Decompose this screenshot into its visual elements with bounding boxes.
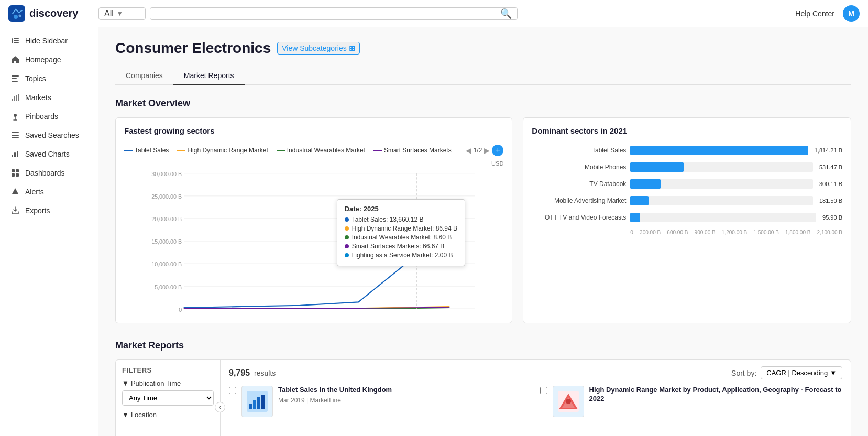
svg-rect-9	[12, 81, 18, 82]
svg-text:2026: 2026	[468, 314, 481, 314]
sidebar-item-alerts[interactable]: Alerts	[2, 183, 96, 201]
sidebar-item-saved-charts[interactable]: Saved Charts	[2, 145, 96, 163]
bar-fill-1	[630, 162, 684, 172]
chevron-down-icon: ▼	[117, 10, 123, 17]
tab-companies[interactable]: Companies	[115, 67, 173, 85]
x-axis-4: 1,200.00 B	[722, 230, 747, 235]
sidebar-label-alerts: Alerts	[25, 188, 44, 196]
bar-value-3: 181.50 B	[819, 198, 842, 204]
bar-fill-2	[630, 179, 661, 189]
tab-market-reports[interactable]: Market Reports	[173, 67, 245, 85]
bar-row-0: Tablet Sales 1,814.21 B	[532, 146, 842, 155]
page-title: Consumer Electronics	[115, 40, 271, 57]
sidebar-item-saved-searches[interactable]: Saved Searches	[2, 126, 96, 144]
filters-collapse-button[interactable]: ‹	[215, 402, 225, 412]
tabs: Companies Market Reports	[115, 67, 851, 85]
filter-group-header-location[interactable]: ▼ Location	[122, 411, 214, 419]
filter-group-header-publication[interactable]: ▼ Publication Time	[122, 379, 214, 387]
bar-value-0: 1,814.21 B	[815, 147, 842, 154]
view-subcategories-button[interactable]: View Subcategories ⊞	[277, 42, 359, 54]
filters-title: FILTERS	[122, 366, 214, 374]
filter-group-publication-time: ▼ Publication Time Any Time	[122, 379, 214, 406]
market-reports-section: FILTERS ▼ Publication Time Any Time	[115, 359, 851, 436]
search-input[interactable]	[156, 9, 500, 18]
svg-point-1	[14, 15, 18, 19]
svg-rect-17	[12, 169, 15, 172]
sidebar-item-topics[interactable]: Topics	[2, 70, 96, 88]
search-category-dropdown[interactable]: All ▼	[98, 7, 146, 20]
svg-rect-7	[12, 75, 19, 77]
sidebar-item-homepage[interactable]: Homepage	[2, 51, 96, 69]
sidebar-item-pinboards[interactable]: Pinboards	[2, 107, 96, 125]
chart-prev-button[interactable]: ◀	[466, 146, 471, 155]
result-info-1: High Dynamic Range Market by Product, Ap…	[589, 386, 843, 406]
chevron-down-icon: ▼	[122, 379, 129, 387]
help-center-link[interactable]: Help Center	[795, 9, 834, 18]
legend-item-tablet-sales: Tablet Sales	[124, 147, 169, 154]
chart-page-indicator: 1/2	[474, 147, 482, 154]
results-grid: Tablet Sales in the United Kingdom Mar 2…	[229, 386, 842, 417]
usd-label: USD	[124, 160, 503, 167]
sidebar-label-saved-charts: Saved Charts	[25, 150, 70, 158]
page-header: Consumer Electronics View Subcategories …	[115, 40, 851, 57]
x-axis-3: 900.00 B	[695, 230, 716, 235]
tooltip-row-0: Tablet Sales: 13,660.12 B	[345, 216, 457, 223]
sort-value: CAGR | Descending	[766, 369, 828, 377]
sidebar-label-topics: Topics	[25, 74, 46, 83]
x-axis-5: 1,500.00 B	[753, 230, 778, 235]
svg-rect-20	[16, 173, 19, 177]
result-thumb-1	[553, 386, 584, 417]
bar-fill-4	[630, 213, 640, 222]
bar-chart-panel: Dominant sectors in 2021 Tablet Sales 1,…	[523, 117, 851, 323]
chart-pagination: ◀ 1/2 ▶ +	[466, 145, 504, 156]
section-market-overview: Market Overview Fastest growing sectors …	[115, 98, 851, 436]
svg-text:20,000.00 B: 20,000.00 B	[151, 216, 182, 222]
publication-time-select[interactable]: Any Time	[122, 390, 214, 406]
result-title-1: High Dynamic Range Market by Product, Ap…	[589, 386, 843, 404]
tooltip-row-1: High Dynamic Range Market: 86.94 B	[345, 225, 457, 232]
svg-rect-48	[261, 395, 265, 409]
sidebar-item-dashboards[interactable]: Dashboards	[2, 164, 96, 182]
sidebar: Hide Sidebar Homepage Topics Markets Pin…	[0, 27, 98, 436]
sidebar-label-exports: Exports	[25, 206, 50, 215]
export-icon	[10, 206, 20, 215]
markets-icon	[10, 93, 20, 102]
app-logo: discovery	[8, 5, 92, 22]
result-info-0: Tablet Sales in the United Kingdom Mar 2…	[278, 386, 532, 404]
sort-button[interactable]: CAGR | Descending ▼	[761, 366, 842, 379]
tooltip-label-3: Smart Surfaces Markets: 66.67 B	[352, 243, 445, 250]
bar-chart-title: Dominant sectors in 2021	[532, 126, 842, 135]
chart-add-button[interactable]: +	[492, 145, 503, 156]
legend-item-high-dynamic: High Dynamic Range Market	[177, 147, 268, 154]
chart-next-button[interactable]: ▶	[484, 146, 490, 155]
sidebar-item-hide-sidebar[interactable]: Hide Sidebar	[2, 32, 96, 50]
search-button[interactable]: 🔍	[500, 8, 512, 19]
result-checkbox-1[interactable]	[540, 387, 547, 394]
user-avatar[interactable]: M	[843, 5, 860, 22]
result-card-0: Tablet Sales in the United Kingdom Mar 2…	[229, 386, 532, 417]
tooltip-label-1: High Dynamic Range Market: 86.94 B	[352, 225, 457, 232]
svg-text:2024: 2024	[352, 314, 365, 314]
sidebar-item-exports[interactable]: Exports	[2, 202, 96, 220]
result-checkbox-0[interactable]	[229, 387, 236, 394]
svg-rect-45	[249, 404, 252, 409]
sidebar-label-pinboards: Pinboards	[25, 112, 58, 121]
filter-label-location: Location	[131, 411, 157, 419]
chevron-down-icon-location: ▼	[122, 411, 129, 419]
legend-item-industrial: Industrial Wearables Market	[277, 147, 365, 154]
sidebar-label-dashboards: Dashboards	[25, 169, 65, 177]
bar-label-1: Mobile Phones	[532, 164, 626, 171]
bar-label-0: Tablet Sales	[532, 147, 626, 154]
filter-label-publication: Publication Time	[131, 379, 181, 387]
svg-text:2021: 2021	[178, 314, 191, 314]
results-area: 9,795 results Sort by: CAGR | Descending…	[221, 360, 851, 436]
sidebar-item-markets[interactable]: Markets	[2, 89, 96, 106]
x-axis-2: 600.00 B	[667, 230, 688, 235]
sidebar-icon	[10, 36, 20, 46]
sidebar-label-markets: Markets	[25, 93, 51, 102]
tooltip-label-4: Lighting as a Service Market: 2.00 B	[352, 252, 453, 259]
bar-chart-area: Tablet Sales 1,814.21 B Mobile Phones	[532, 141, 842, 239]
dashboard-icon	[10, 168, 20, 178]
bar-value-4: 95.90 B	[822, 214, 842, 221]
bar-x-axis: 0 300.00 B 600.00 B 900.00 B 1,200.00 B …	[532, 230, 842, 235]
